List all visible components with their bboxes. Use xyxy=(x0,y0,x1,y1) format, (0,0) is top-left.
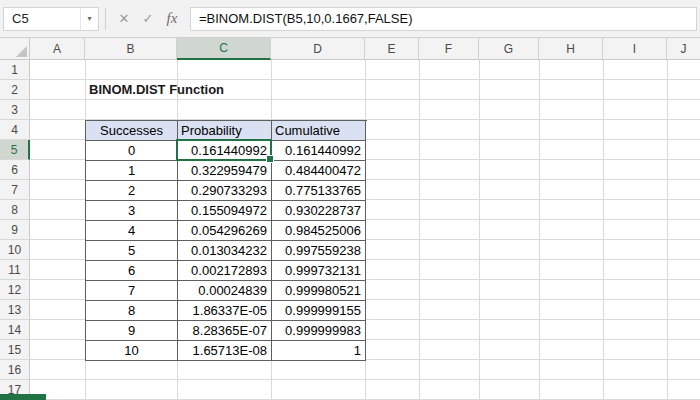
cell-c14[interactable]: 8.28365E-07 xyxy=(178,321,272,341)
header-cumulative[interactable]: Cumulative xyxy=(272,121,366,141)
column-header-g[interactable]: G xyxy=(479,38,539,60)
cell-c12[interactable]: 0.00024839 xyxy=(178,281,272,301)
formula-input[interactable] xyxy=(190,7,697,31)
cell-d12[interactable]: 0.999980521 xyxy=(272,281,366,301)
name-box[interactable]: ▾ xyxy=(3,7,99,31)
cell-d14[interactable]: 0.999999983 xyxy=(272,321,366,341)
gridline xyxy=(603,60,604,400)
cell-d15[interactable]: 1 xyxy=(272,341,366,361)
column-header-f[interactable]: F xyxy=(419,38,479,60)
cell-c13[interactable]: 1.86337E-05 xyxy=(178,301,272,321)
row-header-15[interactable]: 15 xyxy=(0,340,30,360)
cell-c6[interactable]: 0.322959479 xyxy=(178,161,272,181)
formula-bar-divider xyxy=(105,8,106,30)
spreadsheet: A B C D E F G H I J 1 2 3 4 5 6 7 8 9 10… xyxy=(0,38,700,400)
selection-outline xyxy=(176,139,272,161)
table-row: 6 0.002172893 0.999732131 xyxy=(86,261,367,281)
cell-d13[interactable]: 0.999999155 xyxy=(272,301,366,321)
row-header-2[interactable]: 2 xyxy=(0,80,30,100)
header-successes[interactable]: Successes xyxy=(86,121,178,141)
table-row: 4 0.054296269 0.984525006 xyxy=(86,221,367,241)
table-row: 10 1.65713E-08 1 xyxy=(86,341,367,361)
table-row: 2 0.290733293 0.775133765 xyxy=(86,181,367,201)
name-box-input[interactable] xyxy=(4,11,80,26)
table-row: 3 0.155094972 0.930228737 xyxy=(86,201,367,221)
cell-c10[interactable]: 0.013034232 xyxy=(178,241,272,261)
cell-d11[interactable]: 0.999732131 xyxy=(272,261,366,281)
cell-c7[interactable]: 0.290733293 xyxy=(178,181,272,201)
column-header-c[interactable]: C xyxy=(177,38,271,60)
worksheet-title: BINOM.DIST Function xyxy=(89,80,224,100)
select-all-triangle-icon xyxy=(16,46,27,57)
header-probability[interactable]: Probability xyxy=(178,121,272,141)
row-header-4[interactable]: 4 xyxy=(0,120,30,140)
row-header-12[interactable]: 12 xyxy=(0,280,30,300)
gridline xyxy=(667,60,668,400)
cell-d7[interactable]: 0.775133765 xyxy=(272,181,366,201)
column-header-i[interactable]: I xyxy=(603,38,667,60)
cell-b10[interactable]: 5 xyxy=(86,241,178,261)
cancel-icon[interactable]: ✕ xyxy=(112,7,136,31)
row-header-6[interactable]: 6 xyxy=(0,160,30,180)
table-row: 9 8.28365E-07 0.999999983 xyxy=(86,321,367,341)
cell-b6[interactable]: 1 xyxy=(86,161,178,181)
row-header-10[interactable]: 10 xyxy=(0,240,30,260)
row-header-9[interactable]: 9 xyxy=(0,220,30,240)
cell-b14[interactable]: 9 xyxy=(86,321,178,341)
cell-c15[interactable]: 1.65713E-08 xyxy=(178,341,272,361)
row-header-13[interactable]: 13 xyxy=(0,300,30,320)
cell-b12[interactable]: 7 xyxy=(86,281,178,301)
cell-b15[interactable]: 10 xyxy=(86,341,178,361)
select-all-corner[interactable] xyxy=(0,38,30,60)
sheet-grid[interactable]: BINOM.DIST Function Successes Probabilit… xyxy=(30,60,700,400)
column-header-h[interactable]: H xyxy=(539,38,603,60)
cell-b7[interactable]: 2 xyxy=(86,181,178,201)
gridline xyxy=(539,60,540,400)
cell-b9[interactable]: 4 xyxy=(86,221,178,241)
column-header-b[interactable]: B xyxy=(85,38,177,60)
row-header-5[interactable]: 5 xyxy=(0,140,30,160)
table-row: 7 0.00024839 0.999980521 xyxy=(86,281,367,301)
cell-c8[interactable]: 0.155094972 xyxy=(178,201,272,221)
cell-b5[interactable]: 0 xyxy=(86,141,178,161)
cell-d9[interactable]: 0.984525006 xyxy=(272,221,366,241)
table-row: 8 1.86337E-05 0.999999155 xyxy=(86,301,367,321)
column-headers: A B C D E F G H I J xyxy=(0,38,700,60)
gridline xyxy=(479,60,480,400)
enter-icon[interactable]: ✓ xyxy=(136,7,160,31)
formula-bar: ▾ ✕ ✓ fx xyxy=(0,0,700,38)
row-header-3[interactable]: 3 xyxy=(0,100,30,120)
cell-c9[interactable]: 0.054296269 xyxy=(178,221,272,241)
column-header-a[interactable]: A xyxy=(30,38,85,60)
cell-c11[interactable]: 0.002172893 xyxy=(178,261,272,281)
cell-b8[interactable]: 3 xyxy=(86,201,178,221)
table-row: 5 0.013034232 0.997559238 xyxy=(86,241,367,261)
cell-d5[interactable]: 0.161440992 xyxy=(272,141,366,161)
gridline xyxy=(419,60,420,400)
insert-function-icon[interactable]: fx xyxy=(160,7,184,31)
name-box-dropdown-icon[interactable]: ▾ xyxy=(80,8,98,30)
row-header-1[interactable]: 1 xyxy=(0,60,30,80)
row-header-7[interactable]: 7 xyxy=(0,180,30,200)
table-row: 1 0.322959479 0.484400472 xyxy=(86,161,367,181)
row-headers: 1 2 3 4 5 6 7 8 9 10 11 12 13 14 15 16 1… xyxy=(0,60,30,400)
column-header-d[interactable]: D xyxy=(271,38,365,60)
cell-b11[interactable]: 6 xyxy=(86,261,178,281)
fill-handle[interactable] xyxy=(266,155,274,163)
cell-d10[interactable]: 0.997559238 xyxy=(272,241,366,261)
column-header-j[interactable]: J xyxy=(667,38,700,60)
row-header-14[interactable]: 14 xyxy=(0,320,30,340)
cell-d6[interactable]: 0.484400472 xyxy=(272,161,366,181)
cell-b13[interactable]: 8 xyxy=(86,301,178,321)
table-header-row: Successes Probability Cumulative xyxy=(86,121,367,141)
cell-d8[interactable]: 0.930228737 xyxy=(272,201,366,221)
row-header-11[interactable]: 11 xyxy=(0,260,30,280)
row-header-8[interactable]: 8 xyxy=(0,200,30,220)
sheet-tab-fragment xyxy=(0,394,46,400)
column-header-e[interactable]: E xyxy=(365,38,419,60)
row-header-16[interactable]: 16 xyxy=(0,360,30,380)
